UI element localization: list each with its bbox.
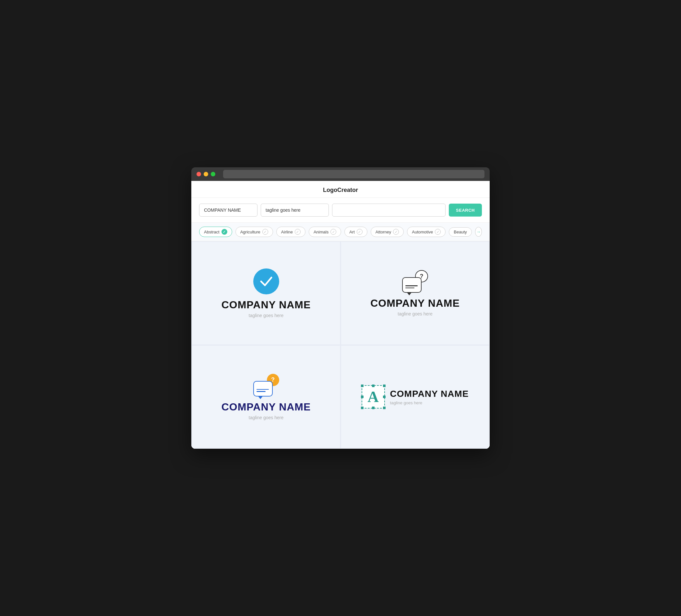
abstract-check-icon: ✓ (222, 229, 227, 235)
handle-br (383, 407, 385, 409)
handle-mr (383, 395, 385, 398)
bubble-lines (405, 285, 418, 289)
logo3-tagline: tagline goes here (249, 415, 283, 420)
handle-bl (361, 407, 363, 409)
logo-card-1[interactable]: COMPANY NAME tagline goes here (191, 241, 340, 345)
filter-art-label: Art (349, 230, 355, 234)
url-bar[interactable] (223, 170, 484, 178)
filter-agriculture-label: Agriculture (240, 230, 260, 234)
airline-check-icon: ✓ (295, 229, 301, 235)
browser-titlebar (191, 167, 490, 181)
blue-check-icon (253, 268, 279, 294)
app-header: LogoCreator (191, 181, 490, 198)
filter-agriculture[interactable]: Agriculture ✓ (235, 227, 273, 237)
filter-abstract-label: Abstract (204, 230, 220, 234)
minimize-button[interactable] (204, 172, 208, 176)
filter-art[interactable]: Art ✓ (345, 227, 368, 237)
logo-grid: COMPANY NAME tagline goes here ? COMPANY… (191, 241, 490, 449)
logo4-company-name: COMPANY NAME (390, 389, 469, 399)
filter-attorney-label: Attorney (376, 230, 391, 234)
filter-bar: Abstract ✓ Agriculture ✓ Airline ✓ Anima… (191, 223, 490, 241)
filter-airline-label: Airline (281, 230, 293, 234)
filter-animals[interactable]: Animals ✓ (309, 227, 341, 237)
logo4-text-group: COMPANY NAME tagline goes here (390, 389, 469, 405)
logo2-tagline: tagline goes here (398, 311, 432, 316)
handle-ml (361, 395, 363, 398)
company-name-input[interactable] (199, 204, 257, 216)
filter-beauty-label: Beauty (454, 230, 466, 234)
search-bar: SEARCH (191, 198, 490, 223)
arrow-right-icon: → (476, 229, 481, 234)
app-content: LogoCreator SEARCH Abstract ✓ Agricultur… (191, 181, 490, 449)
browser-window: LogoCreator SEARCH Abstract ✓ Agricultur… (191, 167, 490, 449)
letter-a-icon: A (361, 385, 385, 409)
animals-check-icon: ✓ (330, 229, 336, 235)
filter-automotive[interactable]: Automotive ✓ (407, 227, 446, 237)
filter-next-button[interactable]: → (475, 227, 482, 237)
handle-tm (372, 385, 375, 387)
chat-bubble-color-icon (253, 381, 273, 396)
logo-card-3[interactable]: ? COMPANY NAME tagline goes here (191, 345, 340, 449)
filter-beauty[interactable]: Beauty (449, 227, 472, 237)
logo-card-4[interactable]: A COMPANY NAME tagline goes here (340, 345, 490, 449)
automotive-check-icon: ✓ (435, 229, 441, 235)
filter-airline[interactable]: Airline ✓ (276, 227, 305, 237)
agriculture-check-icon: ✓ (262, 229, 268, 235)
close-button[interactable] (197, 172, 201, 176)
filter-attorney[interactable]: Attorney ✓ (371, 227, 404, 237)
search-button[interactable]: SEARCH (449, 204, 482, 216)
letter-a-glyph: A (368, 389, 379, 405)
attorney-check-icon: ✓ (393, 229, 399, 235)
speech-bubbles-bw-icon: ? (402, 270, 428, 293)
tagline-input[interactable] (261, 204, 329, 216)
art-check-icon: ✓ (357, 229, 362, 235)
logo2-company-name: COMPANY NAME (370, 297, 460, 309)
logo-card-2[interactable]: ? COMPANY NAME tagline goes here (340, 241, 490, 345)
handle-tr (383, 385, 385, 387)
extra-input[interactable] (332, 204, 446, 216)
handle-tl (361, 385, 363, 387)
logo1-tagline: tagline goes here (249, 313, 283, 318)
logo4-tagline: tagline goes here (390, 401, 469, 405)
maximize-button[interactable] (211, 172, 215, 176)
logo1-company-name: COMPANY NAME (222, 299, 311, 311)
filter-animals-label: Animals (313, 230, 328, 234)
handle-bm (372, 407, 375, 409)
speech-bubbles-color-icon: ? (253, 374, 279, 396)
filter-automotive-label: Automotive (412, 230, 433, 234)
app-title: LogoCreator (323, 187, 358, 193)
chat-bubble-icon (402, 277, 422, 293)
filter-abstract[interactable]: Abstract ✓ (199, 227, 232, 237)
logo3-company-name: COMPANY NAME (222, 401, 311, 413)
logo4-inline-layout: A COMPANY NAME tagline goes here (361, 385, 469, 409)
bubble-lines-color (256, 389, 269, 393)
